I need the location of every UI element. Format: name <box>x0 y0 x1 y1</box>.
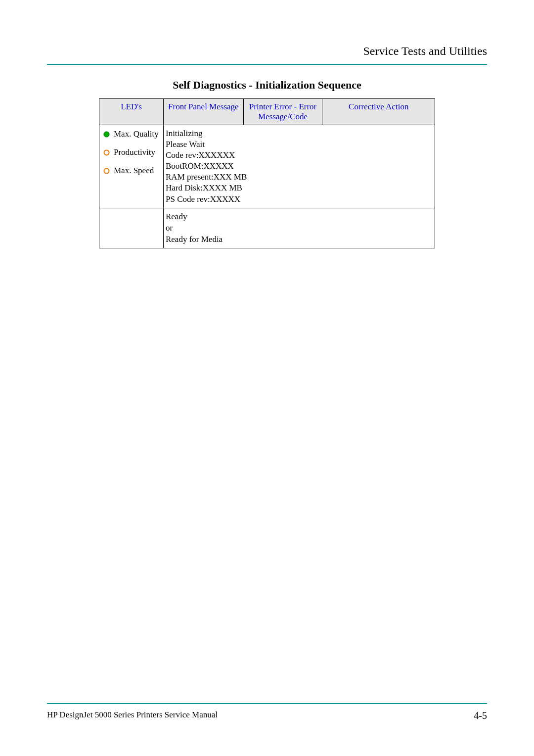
led-green-solid-icon <box>103 131 110 138</box>
footer-manual-title: HP DesignJet 5000 Series Printers Servic… <box>47 710 218 721</box>
message-line: Please Wait <box>166 139 433 150</box>
page-footer: HP DesignJet 5000 Series Printers Servic… <box>47 703 487 721</box>
svg-point-0 <box>104 132 109 137</box>
message-line: Code rev:XXXXXX <box>166 150 433 161</box>
table-row: Max. Quality Productivity Max. Speed <box>99 125 435 208</box>
ready-cell: Ready or Ready for Media <box>163 208 435 248</box>
header-divider <box>47 64 487 65</box>
ready-line: Ready for Media <box>166 234 433 245</box>
ready-line: Ready <box>166 211 433 223</box>
led-orange-outline-icon <box>103 149 110 156</box>
messages-cell: Initializing Please Wait Code rev:XXXXXX… <box>163 125 435 208</box>
message-line: PS Code rev:XXXXX <box>166 194 433 205</box>
leds-cell-empty <box>99 208 164 248</box>
header-cell-printer-error: Printer Error - Error Message/Code <box>243 99 322 125</box>
led-label-productivity: Productivity <box>114 147 155 157</box>
table-row: Ready or Ready for Media <box>99 208 435 248</box>
message-line: BootROM:XXXXX <box>166 161 433 172</box>
header-cell-leds: LED's <box>99 99 164 125</box>
footer-page-number: 4-5 <box>474 710 487 721</box>
svg-point-2 <box>104 168 109 173</box>
svg-point-1 <box>104 150 109 155</box>
page-header-title: Service Tests and Utilities <box>47 45 487 58</box>
led-label-max-quality: Max. Quality <box>114 129 159 139</box>
ready-line: or <box>166 223 433 234</box>
message-line: Initializing <box>166 128 433 139</box>
leds-cell: Max. Quality Productivity Max. Speed <box>99 125 164 208</box>
message-line: RAM present:XXX MB <box>166 172 433 183</box>
diagnostics-table: LED's Front Panel Message Printer Error … <box>99 98 435 248</box>
footer-divider <box>47 703 487 704</box>
header-cell-front-panel-message: Front Panel Message <box>163 99 243 125</box>
table-title: Self Diagnostics - Initialization Sequen… <box>47 79 487 92</box>
header-cell-corrective-action: Corrective Action <box>322 99 435 125</box>
led-label-max-speed: Max. Speed <box>114 166 154 176</box>
led-orange-outline-icon <box>103 168 110 174</box>
message-line: Hard Disk:XXXX MB <box>166 183 433 193</box>
